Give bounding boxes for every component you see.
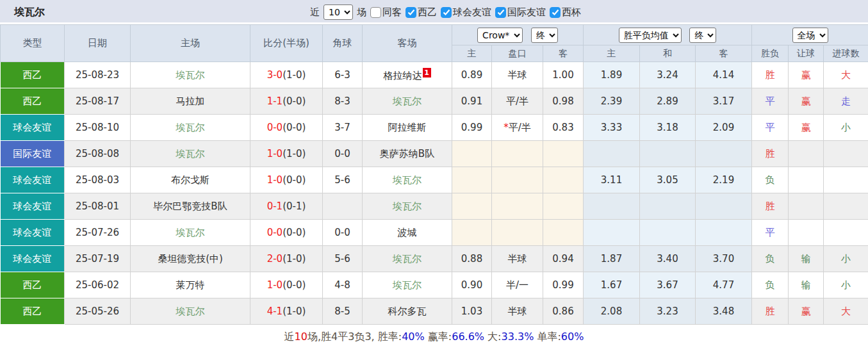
home-team[interactable]: 马拉加	[131, 88, 250, 115]
table-row: 球会友谊 25-08-03 布尔戈斯 1-0(0-0) 5-6 埃瓦尔 3.11…	[1, 167, 868, 193]
checkbox-icon[interactable]	[370, 7, 381, 18]
corner-score: 4-8	[323, 272, 363, 298]
home-team[interactable]: 毕尔巴鄂竞技B队	[131, 193, 250, 220]
col-header-type: 类型	[1, 25, 65, 62]
match-type-badge: 西乙	[1, 272, 65, 298]
avg-time-select[interactable]: 终	[689, 28, 716, 43]
score-cell: 1-1(0-0)	[250, 88, 323, 115]
bookmaker-time-select[interactable]: 终	[531, 28, 558, 43]
filter-label[interactable]: 球会友谊	[453, 6, 491, 19]
avg-draw-odds: 3.67	[640, 272, 696, 298]
away-team[interactable]: 奥萨苏纳B队	[363, 141, 452, 167]
away-team[interactable]: 埃瓦尔	[363, 246, 452, 272]
result-goals	[824, 141, 868, 167]
handicap-away-odds	[543, 220, 584, 246]
col-header-avg-away: 客	[696, 45, 752, 62]
filter-cup[interactable]: 西杯	[550, 6, 581, 19]
match-date: 25-08-10	[65, 115, 131, 141]
bookmaker-select[interactable]: Crow*	[477, 28, 523, 43]
result-wdl: 胜	[752, 62, 789, 88]
away-team[interactable]: 埃瓦尔	[363, 88, 452, 115]
table-row: 球会友谊 25-07-19 桑坦德竞技(中) 2-0(1-0) 5-6 埃瓦尔 …	[1, 246, 868, 272]
avg-home-odds: 1.87	[584, 246, 640, 272]
table-row: 球会友谊 25-08-01 毕尔巴鄂竞技B队 0-1(0-1) 埃瓦尔 胜	[1, 193, 868, 220]
scope-select[interactable]: 全场	[792, 28, 828, 43]
page-title: 埃瓦尔	[14, 6, 45, 19]
checkbox-icon[interactable]	[495, 7, 506, 18]
away-team[interactable]: 埃瓦尔	[363, 193, 452, 220]
avg-away-odds: 3.48	[696, 298, 752, 325]
away-team[interactable]: 科尔多瓦	[363, 298, 452, 325]
table-row: 西乙 25-08-17 马拉加 1-1(0-0) 8-3 埃瓦尔 0.91 平/…	[1, 88, 868, 115]
away-team[interactable]: 埃瓦尔	[363, 272, 452, 298]
col-header-home: 主场	[131, 25, 250, 62]
away-team[interactable]: 阿拉维斯	[363, 115, 452, 141]
col-header-handicap-line: 盘口	[492, 45, 543, 62]
match-date: 25-07-26	[65, 220, 131, 246]
result-goals: 走	[824, 88, 868, 115]
col-header-score: 比分(半场)	[250, 25, 323, 62]
home-team[interactable]: 埃瓦尔	[131, 220, 250, 246]
filter-label[interactable]: 西杯	[562, 6, 581, 19]
result-handicap	[789, 141, 824, 167]
checkbox-icon[interactable]	[550, 7, 561, 18]
match-count-select[interactable]: 10	[323, 4, 353, 20]
summary-text: 近10场,胜4平3负3, 胜率:40% 赢率:66.6% 大:33.3% 单率:…	[284, 331, 584, 344]
away-team[interactable]: 波城	[363, 220, 452, 246]
filter-club-friendly[interactable]: 球会友谊	[441, 6, 491, 19]
result-goals: 小	[824, 115, 868, 141]
col-header-let: 让球	[789, 45, 824, 62]
avg-away-odds	[696, 220, 752, 246]
result-wdl: 胜	[752, 193, 789, 220]
score-cell: 1-0(0-0)	[250, 272, 323, 298]
avg-away-odds: 2.19	[696, 167, 752, 193]
result-handicap: 赢	[789, 62, 824, 88]
handicap-line: 半球	[492, 298, 543, 325]
handicap-line: 半球	[492, 62, 543, 88]
checkbox-icon[interactable]	[441, 7, 452, 18]
home-team[interactable]: 埃瓦尔	[131, 298, 250, 325]
filter-label[interactable]: 同客	[382, 6, 402, 19]
home-team[interactable]: 埃瓦尔	[131, 62, 250, 88]
avg-home-odds	[584, 220, 640, 246]
away-team[interactable]: 埃瓦尔	[363, 167, 452, 193]
near-label: 近	[310, 6, 320, 19]
avg-type-select[interactable]: 胜平负均值	[619, 28, 682, 43]
filter-league[interactable]: 西乙	[405, 6, 437, 19]
match-type-badge: 球会友谊	[1, 246, 65, 272]
home-team[interactable]: 莱万特	[131, 272, 250, 298]
filter-label[interactable]: 西乙	[418, 6, 437, 19]
avg-away-odds: 2.09	[696, 115, 752, 141]
avg-home-odds: 3.33	[584, 115, 640, 141]
table-row: 国际友谊 25-08-08 埃瓦尔 1-0(1-0) 0-0 奥萨苏纳B队 胜	[1, 141, 868, 167]
match-date: 25-07-19	[65, 246, 131, 272]
home-team[interactable]: 埃瓦尔	[131, 115, 250, 141]
handicap-line	[492, 220, 543, 246]
home-team[interactable]: 布尔戈斯	[131, 167, 250, 193]
home-team[interactable]: 埃瓦尔	[131, 141, 250, 167]
away-team[interactable]: 格拉纳达1	[363, 62, 452, 88]
checkbox-icon[interactable]	[405, 7, 416, 18]
filter-label[interactable]: 国际友谊	[507, 6, 546, 19]
handicap-home-odds: 0.91	[452, 88, 492, 115]
handicap-line	[492, 193, 543, 220]
corner-score: 8-5	[323, 298, 363, 325]
handicap-away-odds	[543, 141, 584, 167]
col-header-goals: 进球数	[824, 45, 868, 62]
avg-away-odds: 3.70	[696, 246, 752, 272]
avg-home-odds: 2.08	[584, 298, 640, 325]
avg-draw-odds: 3.18	[640, 115, 696, 141]
handicap-away-odds: 0.83	[543, 115, 584, 141]
corner-score	[323, 193, 363, 220]
avg-away-odds: 4.77	[696, 272, 752, 298]
score-cell: 0-0(0-0)	[250, 115, 323, 141]
filter-same-away[interactable]: 同客	[370, 6, 402, 19]
home-team[interactable]: 桑坦德竞技(中)	[131, 246, 250, 272]
result-handicap: 赢	[789, 298, 824, 325]
handicap-line: 半/一	[492, 272, 543, 298]
rank-badge: 1	[423, 68, 431, 78]
filter-intl-friendly[interactable]: 国际友谊	[495, 6, 546, 19]
filter-controls: 近 10 场 同客 西乙 球会友谊 国际友谊 西杯	[310, 0, 581, 24]
table-row: 球会友谊 25-07-26 埃瓦尔 0-0(0-0) 0-0 波城 平	[1, 220, 868, 246]
score-cell: 4-1(1-0)	[250, 298, 323, 325]
